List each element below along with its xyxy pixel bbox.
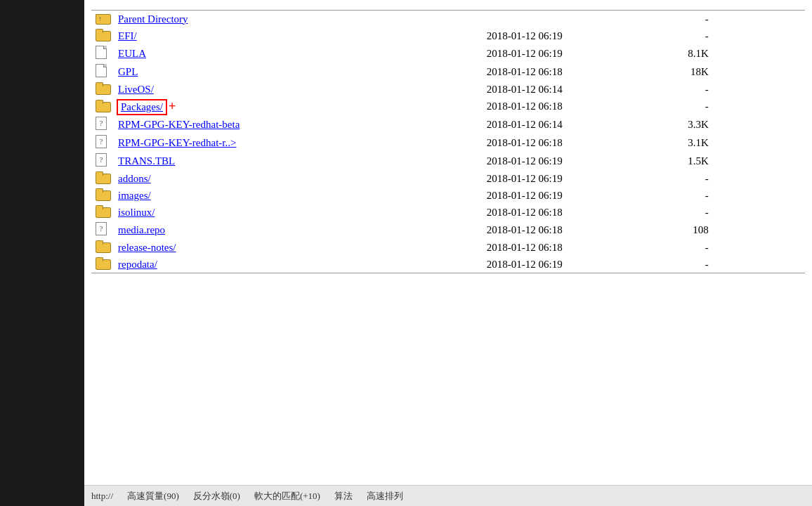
file-modified-cell: 2018-01-12 06:19 xyxy=(483,44,655,63)
table-row: images/ 2018-01-12 06:19 - xyxy=(91,187,805,204)
file-modified-cell: 2018-01-12 06:19 xyxy=(483,27,655,44)
icon-cell xyxy=(91,187,114,204)
file-name-cell: Packages/+ xyxy=(114,98,483,115)
file-link[interactable]: TRANS.TBL xyxy=(118,155,175,167)
unk-icon xyxy=(96,135,107,148)
file-desc-cell xyxy=(713,27,805,44)
file-modified-cell: 2018-01-12 06:19 xyxy=(483,170,655,187)
table-row: media.repo 2018-01-12 06:18 108 xyxy=(91,221,805,239)
folder-icon xyxy=(96,100,110,111)
doc-icon xyxy=(96,46,107,58)
parentdir-icon xyxy=(96,12,110,23)
file-modified-cell: 2018-01-12 06:18 xyxy=(483,204,655,221)
header-name[interactable] xyxy=(114,0,483,11)
folder-icon xyxy=(96,257,110,268)
file-table: Parent Directory - EFI/ 2018-01-12 06:19… xyxy=(91,0,805,279)
header-description[interactable] xyxy=(713,0,805,11)
file-desc-cell xyxy=(713,11,805,28)
file-size-cell: 8.1K xyxy=(655,44,713,63)
file-desc-cell xyxy=(713,170,805,187)
file-link[interactable]: Parent Directory xyxy=(118,13,188,25)
file-size-cell: 1.5K xyxy=(655,152,713,170)
icon-cell xyxy=(91,152,114,170)
table-row: Parent Directory - xyxy=(91,11,805,28)
file-desc-cell xyxy=(713,44,805,63)
file-name-cell: GPL xyxy=(114,63,483,81)
file-name-cell: TRANS.TBL xyxy=(114,152,483,170)
icon-cell xyxy=(91,115,114,134)
file-desc-cell xyxy=(713,81,805,98)
sidebar xyxy=(0,0,84,506)
file-link[interactable]: EULA xyxy=(118,48,146,59)
footer-bar: http:// 高速質量(90) 反分水嶺(0) 軟大的匹配(+10) 算法 高… xyxy=(84,485,812,506)
footer-item-url: http:// xyxy=(91,491,113,502)
file-link[interactable]: Packages/ xyxy=(121,101,163,112)
file-size-cell: - xyxy=(655,204,713,221)
icon-cell xyxy=(91,27,114,44)
file-link[interactable]: release-notes/ xyxy=(118,242,176,253)
table-row: RPM-GPG-KEY-redhat-r..> 2018-01-12 06:18… xyxy=(91,134,805,152)
folder-icon xyxy=(96,171,110,183)
separator-row xyxy=(91,273,805,279)
file-name-cell: RPM-GPG-KEY-redhat-r..> xyxy=(114,134,483,152)
file-desc-cell xyxy=(713,187,805,204)
folder-icon xyxy=(96,82,110,93)
table-row: EFI/ 2018-01-12 06:19 - xyxy=(91,27,805,44)
table-row: EULA 2018-01-12 06:19 8.1K xyxy=(91,44,805,63)
unk-icon xyxy=(96,153,107,166)
separator-cell xyxy=(91,273,805,279)
file-size-cell: 3.1K xyxy=(655,134,713,152)
file-link[interactable]: GPL xyxy=(118,66,138,77)
file-modified-cell: 2018-01-12 06:19 xyxy=(483,256,655,273)
file-desc-cell xyxy=(713,134,805,152)
file-name-cell: addons/ xyxy=(114,170,483,187)
file-name-cell: release-notes/ xyxy=(114,239,483,256)
header-modified[interactable] xyxy=(483,0,655,11)
file-link[interactable]: RPM-GPG-KEY-redhat-beta xyxy=(118,119,240,130)
file-desc-cell xyxy=(713,152,805,170)
file-modified-cell: 2018-01-12 06:18 xyxy=(483,98,655,115)
table-row: RPM-GPG-KEY-redhat-beta 2018-01-12 06:14… xyxy=(91,115,805,134)
file-desc-cell xyxy=(713,204,805,221)
footer-item-quality: 高速質量(90) xyxy=(127,490,179,502)
footer-item-algo: 算法 xyxy=(334,490,353,502)
file-modified-cell: 2018-01-12 06:19 xyxy=(483,187,655,204)
icon-cell xyxy=(91,170,114,187)
table-row: LiveOS/ 2018-01-12 06:14 - xyxy=(91,81,805,98)
file-size-cell: - xyxy=(655,27,713,44)
file-link[interactable]: LiveOS/ xyxy=(118,84,154,95)
table-row: isolinux/ 2018-01-12 06:18 - xyxy=(91,204,805,221)
file-modified-cell: 2018-01-12 06:19 xyxy=(483,152,655,170)
file-link[interactable]: repodata/ xyxy=(118,259,157,270)
table-row: repodata/ 2018-01-12 06:19 - xyxy=(91,256,805,273)
plus-indicator: + xyxy=(169,99,176,113)
header-size[interactable] xyxy=(655,0,713,11)
icon-cell xyxy=(91,221,114,239)
file-size-cell: 108 xyxy=(655,221,713,239)
file-desc-cell xyxy=(713,256,805,273)
file-name-cell: repodata/ xyxy=(114,256,483,273)
file-modified-cell xyxy=(483,11,655,28)
highlighted-entry: Packages/ xyxy=(118,100,166,114)
icon-cell xyxy=(91,98,114,115)
folder-icon xyxy=(96,240,110,252)
file-modified-cell: 2018-01-12 06:14 xyxy=(483,81,655,98)
file-link[interactable]: EFI/ xyxy=(118,30,137,41)
file-link[interactable]: RPM-GPG-KEY-redhat-r..> xyxy=(118,137,236,148)
file-name-cell: LiveOS/ xyxy=(114,81,483,98)
file-name-cell: EULA xyxy=(114,44,483,63)
file-link[interactable]: addons/ xyxy=(118,173,151,184)
file-name-cell: media.repo xyxy=(114,221,483,239)
table-row: GPL 2018-01-12 06:18 18K xyxy=(91,63,805,81)
file-link[interactable]: media.repo xyxy=(118,224,165,235)
unk-icon xyxy=(96,117,107,129)
file-size-cell: - xyxy=(655,98,713,115)
file-size-cell: - xyxy=(655,81,713,98)
icon-cell xyxy=(91,204,114,221)
file-link[interactable]: images/ xyxy=(118,190,151,201)
folder-icon xyxy=(96,188,110,200)
file-modified-cell: 2018-01-12 06:18 xyxy=(483,239,655,256)
footer-item-sort: 高速排列 xyxy=(367,490,403,502)
table-row: Packages/+ 2018-01-12 06:18 - xyxy=(91,98,805,115)
file-link[interactable]: isolinux/ xyxy=(118,207,155,218)
